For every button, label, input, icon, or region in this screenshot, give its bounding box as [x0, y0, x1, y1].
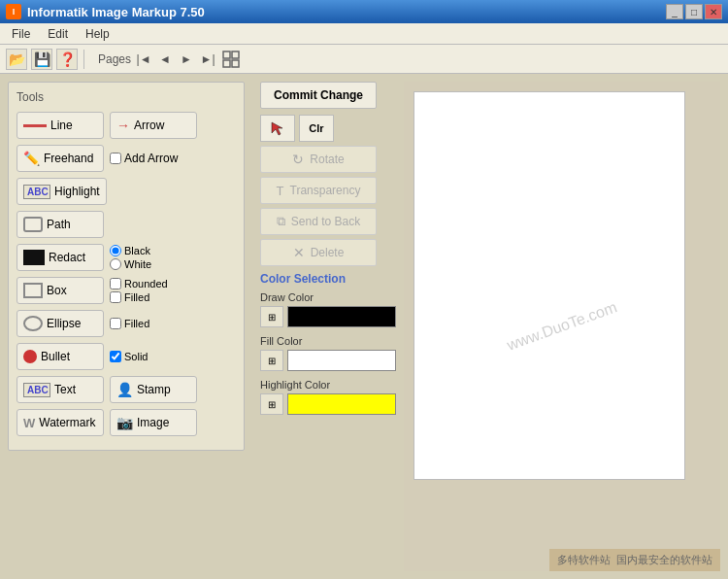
svg-rect-3 — [232, 60, 239, 67]
text-label: Text — [54, 383, 76, 396]
transparency-label: Transparency — [290, 184, 361, 197]
ellipse-filled-label[interactable]: Filled — [110, 318, 149, 329]
close-button[interactable]: ✕ — [705, 4, 722, 19]
box-filled-checkbox-label[interactable]: Filled — [110, 291, 168, 303]
line-button[interactable]: Line — [17, 112, 104, 139]
path-label: Path — [47, 218, 71, 231]
highlight-color-picker-button[interactable]: ⊞ — [260, 393, 283, 415]
stamp-label: Stamp — [137, 383, 171, 396]
app-icon: I — [6, 4, 21, 19]
radio-white-label: White — [124, 258, 151, 270]
right-panel: Commit Change Clr ↻ Rotate T Transparenc… — [252, 74, 728, 579]
svg-rect-1 — [232, 51, 239, 58]
transparency-icon: T — [277, 184, 284, 198]
highlight-button[interactable]: ABC Highlight — [17, 178, 107, 205]
nav-next[interactable]: ► — [178, 51, 195, 68]
draw-color-swatch[interactable] — [287, 306, 396, 327]
line-label: Line — [50, 119, 73, 132]
menu-bar: File Edit Help — [0, 23, 728, 45]
freehand-button[interactable]: ✏️ Freehand — [17, 145, 104, 172]
image-button[interactable]: 📷 Image — [110, 409, 197, 436]
send-to-back-label: Send to Back — [291, 215, 360, 228]
save-icon[interactable]: 💾 — [31, 49, 52, 70]
clr-button[interactable]: Clr — [299, 115, 334, 142]
ellipse-button[interactable]: Ellipse — [17, 310, 104, 337]
fill-color-picker-row: ⊞ — [260, 350, 396, 371]
menu-file[interactable]: File — [8, 26, 34, 42]
highlight-icon: ABC — [23, 185, 50, 199]
radio-black[interactable]: Black — [110, 245, 151, 256]
arrow-label: Arrow — [134, 119, 164, 132]
tools-box: Tools Line → Arrow ✏️ Freehand — [8, 82, 245, 451]
box-button[interactable]: Box — [17, 277, 104, 304]
radio-black-input[interactable] — [110, 245, 121, 256]
image-icon: 📷 — [116, 415, 133, 430]
bottom-watermark: 多特软件站 国内最安全的软件站 — [549, 549, 720, 571]
grid-icon[interactable] — [220, 49, 242, 70]
maximize-button[interactable]: □ — [685, 4, 703, 19]
path-button[interactable]: Path — [17, 211, 104, 238]
cursor-button[interactable] — [260, 115, 295, 142]
highlight-color-swatch[interactable] — [287, 393, 396, 415]
highlight-label: Highlight — [54, 185, 100, 198]
bullet-button[interactable]: Bullet — [17, 343, 104, 370]
solid-checkbox[interactable] — [110, 351, 121, 362]
box-label: Box — [47, 284, 67, 297]
highlight-color-label: Highlight Color — [260, 379, 396, 391]
text-button[interactable]: ABC Text — [17, 376, 104, 403]
add-arrow-label: Add Arrow — [124, 152, 178, 165]
canvas-area: www.DuoTe.com 多特软件站 国内最安全的软件站 — [404, 82, 720, 571]
minimize-button[interactable]: _ — [666, 4, 683, 19]
tool-row-bullet: Bullet Solid — [17, 343, 236, 370]
canvas-inner[interactable]: www.DuoTe.com — [414, 91, 685, 480]
fill-color-picker-button[interactable]: ⊞ — [260, 350, 283, 371]
redact-button[interactable]: Redact — [17, 244, 104, 271]
radio-white-input[interactable] — [110, 258, 121, 270]
watermark-text: www.DuoTe.com — [505, 298, 619, 355]
send-back-icon: ⧉ — [277, 214, 285, 229]
delete-icon: ✕ — [293, 245, 305, 260]
arrow-button[interactable]: → Arrow — [110, 112, 197, 139]
image-label: Image — [137, 416, 169, 429]
tool-row-line-arrow: Line → Arrow — [17, 112, 236, 139]
open-icon[interactable]: 📂 — [6, 49, 27, 70]
solid-label[interactable]: Solid — [110, 351, 148, 362]
stamp-button[interactable]: 👤 Stamp — [110, 376, 197, 403]
main-content: Tools Line → Arrow ✏️ Freehand — [0, 74, 728, 579]
help-icon[interactable]: ❓ — [56, 49, 78, 70]
ellipse-icon — [23, 316, 43, 331]
menu-help[interactable]: Help — [82, 26, 114, 42]
rounded-checkbox-label[interactable]: Rounded — [110, 278, 168, 290]
add-arrow-checkbox[interactable] — [110, 153, 121, 164]
fill-color-swatch[interactable] — [287, 350, 396, 371]
tools-title: Tools — [17, 90, 236, 104]
nav-prev[interactable]: ◄ — [156, 51, 174, 68]
ellipse-filled-checkbox[interactable] — [110, 318, 121, 329]
menu-edit[interactable]: Edit — [44, 26, 72, 42]
transparency-button: T Transparency — [260, 177, 377, 204]
rotate-button: ↻ Rotate — [260, 146, 377, 173]
stamp-icon: 👤 — [116, 382, 133, 397]
draw-color-picker-button[interactable]: ⊞ — [260, 306, 283, 327]
controls-panel: Commit Change Clr ↻ Rotate T Transparenc… — [260, 82, 396, 571]
svg-marker-4 — [272, 122, 282, 135]
bullet-label: Bullet — [41, 350, 70, 363]
draw-color-row: Draw Color ⊞ — [260, 291, 396, 327]
highlight-color-picker-row: ⊞ — [260, 393, 396, 415]
fill-color-label: Fill Color — [260, 335, 396, 347]
tool-row-ellipse: Ellipse Filled — [17, 310, 236, 337]
nav-last[interactable]: ►| — [199, 51, 216, 68]
ellipse-filled-text: Filled — [124, 318, 149, 329]
box-filled-checkbox[interactable] — [110, 291, 121, 303]
nav-first[interactable]: |◄ — [135, 51, 152, 68]
watermark-label: Watermark — [39, 416, 95, 429]
line-icon — [23, 124, 47, 127]
toolbar: 📂 💾 ❓ Pages |◄ ◄ ► ►| — [0, 45, 728, 74]
tool-row-redact: Redact Black White — [17, 244, 236, 271]
commit-change-button[interactable]: Commit Change — [260, 82, 377, 109]
radio-white[interactable]: White — [110, 258, 151, 270]
redact-icon — [23, 250, 45, 265]
rounded-label: Rounded — [124, 278, 168, 290]
watermark-button[interactable]: W Watermark — [17, 409, 104, 436]
rounded-checkbox[interactable] — [110, 278, 121, 290]
